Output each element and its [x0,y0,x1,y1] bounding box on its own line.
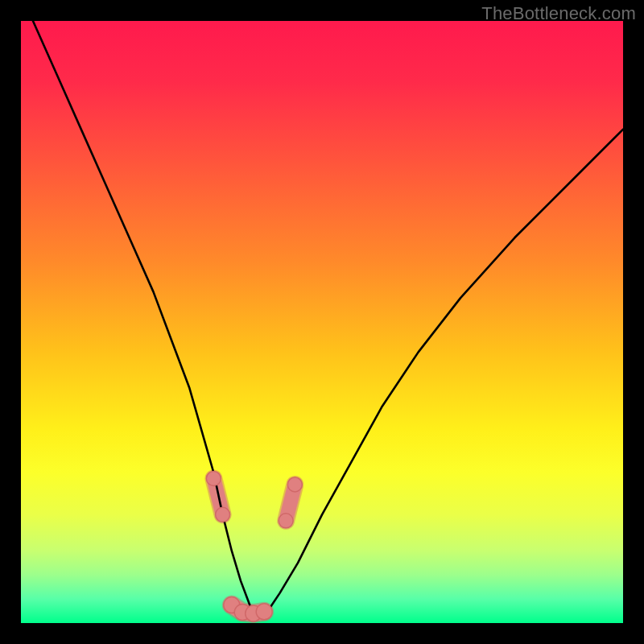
marker-left-segment-bottom [216,507,230,522]
marker-right-segment-top [287,477,302,492]
chart-svg [21,21,623,623]
plot-area [21,21,623,623]
chart-frame: TheBottleneck.com [0,0,644,644]
gradient-background [21,21,623,623]
marker-left-segment-top [206,471,221,485]
marker-right-segment-bottom [279,514,293,528]
marker-bottom-flat-end [256,604,272,620]
watermark-text: TheBottleneck.com [481,3,636,24]
